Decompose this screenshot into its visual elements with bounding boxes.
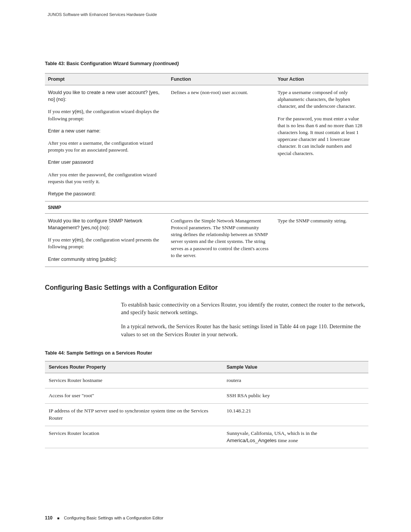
running-header: JUNOS Software with Enhanced Services Ha… [48,12,157,17]
table43-section-snmp: SNMP [45,201,368,214]
cell-val: 10.148.2.21 [223,403,369,426]
cell-prop: Services Router location [45,426,223,448]
footer-square-icon: ■ [57,516,59,520]
yes-token-snmp: y(es) [72,237,83,243]
table44-header-row: Services Router Property Sample Value [45,361,368,373]
cell-action-snmp: Type the SNMP community string. [275,213,369,267]
cell-prop: Services Router hostname [45,373,223,388]
cell-action-user: Type a username composed of only alphanu… [275,85,369,201]
table43-header-row: Prompt Function Your Action [45,73,368,85]
yes-token: y(es) [72,109,83,114]
prompt-enter-password: Enter user password [48,159,164,166]
cell-prop: IP address of the NTP server used to syn… [45,403,223,426]
page-content: Table 43: Basic Configuration Wizard Sum… [45,61,368,448]
cell-val: SSH RSA public key [223,388,369,404]
page-footer: 110 ■ Configuring Basic Settings with a … [45,515,163,521]
cell-prompt-user: Would you like to create a new user acco… [45,85,168,201]
cell-function-snmp: Configures the Simple Network Management… [168,213,275,267]
action-password-rules: For the password, you must enter a value… [278,115,365,157]
cell-function-user: Defines a new (non-root) user account. [168,85,275,201]
col-your-action: Your Action [275,73,369,85]
v-tail: time zone [277,438,298,443]
txt: If you enter [48,109,72,114]
table43-row-user-account: Would you like to create a new user acco… [45,85,368,201]
prompt-enter-username: Enter a new user name: [48,128,164,134]
table44-title: Table 44: Sample Settings on a Services … [45,350,368,356]
table43-title-text: Table 43: Basic Configuration Wizard Sum… [45,61,153,66]
txt: If you enter [48,237,72,243]
table44-row: Access for user "root" SSH RSA public ke… [45,388,368,404]
col-prompt: Prompt [45,73,168,85]
table43: Prompt Function Your Action Would you li… [45,73,368,267]
table44: Services Router Property Sample Value Se… [45,361,368,448]
v: routera [227,377,241,383]
prompt-retype-password: Retype the password: [48,190,164,197]
col-function: Function [168,73,275,85]
table43-title: Table 43: Basic Configuration Wizard Sum… [45,61,368,66]
prompt-configure-snmp: Would you like to configure SNMP Network… [48,217,164,231]
table44-row: IP address of the NTP server used to syn… [45,403,368,426]
v: SSH RSA public key [227,393,270,398]
col-property: Services Router Property [45,361,223,373]
table44-row: Services Router location Sunnyvale, Cali… [45,426,368,448]
text-if-enter-yes-snmp: If you enter y(es), the configuration wi… [48,236,164,250]
footer-text: Configuring Basic Settings with a Config… [64,516,163,520]
prompt-community-string: Enter community string [public]: [48,256,164,263]
cell-prompt-snmp: Would you like to configure SNMP Network… [45,213,168,267]
v-pre: Sunnyvale, California, USA, which is in … [227,430,317,436]
snmp-label: SNMP [45,201,368,214]
table43-title-continued: (continued) [153,61,179,66]
page-number: 110 [45,515,53,521]
action-username-rules: Type a username composed of only alphanu… [278,89,365,110]
text-after-username: After you enter a username, the configur… [48,140,164,153]
body-p1: To establish basic connectivity on a Ser… [121,301,368,316]
section-body: To establish basic connectivity on a Ser… [121,301,368,338]
table43-row-snmp: Would you like to configure SNMP Network… [45,213,368,267]
cell-prop: Access for user "root" [45,388,223,404]
v: 10.148.2.21 [227,408,251,414]
text-after-password: After you enter the password, the config… [48,171,164,185]
section-heading: Configuring Basic Settings with a Config… [45,284,368,292]
prompt-create-user: Would you like to create a new user acco… [48,89,164,103]
cell-val: routera [223,373,369,388]
v-mono: America/Los_Angeles [227,438,277,443]
cell-val: Sunnyvale, California, USA, which is in … [223,426,369,448]
text-if-enter-yes: If you enter y(es), the configuration wi… [48,108,164,122]
body-p2: In a typical network, the Services Route… [121,323,368,338]
table44-row: Services Router hostname routera [45,373,368,388]
col-sample-value: Sample Value [223,361,369,373]
